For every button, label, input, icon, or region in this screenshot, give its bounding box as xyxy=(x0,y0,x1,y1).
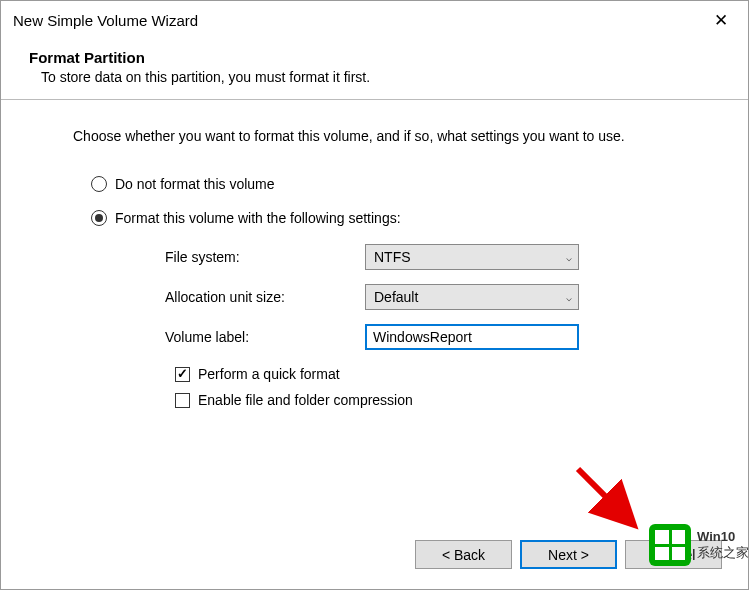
format-settings: File system: NTFS ⌵ Allocation unit size… xyxy=(91,244,698,350)
allocation-size-label: Allocation unit size: xyxy=(165,289,365,305)
wizard-header-subtitle: To store data on this partition, you mus… xyxy=(29,69,720,85)
file-system-label: File system: xyxy=(165,249,365,265)
checkbox-icon xyxy=(175,367,190,382)
radio-format-with-settings[interactable]: Format this volume with the following se… xyxy=(91,210,698,226)
cancel-button[interactable]: Cancel xyxy=(625,540,722,569)
radio-do-not-format[interactable]: Do not format this volume xyxy=(91,176,698,192)
format-radio-group: Do not format this volume Format this vo… xyxy=(51,176,698,408)
wizard-header: Format Partition To store data on this p… xyxy=(1,39,748,100)
titlebar: New Simple Volume Wizard ✕ xyxy=(1,1,748,39)
file-system-row: File system: NTFS ⌵ xyxy=(165,244,698,270)
format-options: Perform a quick format Enable file and f… xyxy=(91,366,698,408)
volume-label-input[interactable] xyxy=(365,324,579,350)
radio-icon xyxy=(91,210,107,226)
button-label: < Back xyxy=(442,547,485,563)
allocation-size-dropdown[interactable]: Default ⌵ xyxy=(365,284,579,310)
wizard-button-bar: < Back Next > Cancel xyxy=(415,540,722,569)
file-system-dropdown[interactable]: NTFS ⌵ xyxy=(365,244,579,270)
button-label: Next > xyxy=(548,547,589,563)
radio-icon xyxy=(91,176,107,192)
button-label: Cancel xyxy=(652,547,696,563)
next-button[interactable]: Next > xyxy=(520,540,617,569)
dropdown-value: Default xyxy=(374,289,418,305)
radio-label: Format this volume with the following se… xyxy=(115,210,401,226)
close-button[interactable]: ✕ xyxy=(698,4,744,36)
dropdown-value: NTFS xyxy=(374,249,411,265)
volume-label-row: Volume label: xyxy=(165,324,698,350)
svg-line-0 xyxy=(578,469,630,521)
close-icon: ✕ xyxy=(714,10,728,31)
volume-label-label: Volume label: xyxy=(165,329,365,345)
wizard-content: Choose whether you want to format this v… xyxy=(1,100,748,438)
annotation-arrow xyxy=(568,461,658,541)
chevron-down-icon: ⌵ xyxy=(566,292,572,303)
back-button[interactable]: < Back xyxy=(415,540,512,569)
window-title: New Simple Volume Wizard xyxy=(13,12,198,29)
wizard-header-title: Format Partition xyxy=(29,49,720,66)
checkbox-icon xyxy=(175,393,190,408)
compression-checkbox[interactable]: Enable file and folder compression xyxy=(175,392,698,408)
checkbox-label: Perform a quick format xyxy=(198,366,340,382)
wizard-window: New Simple Volume Wizard ✕ Format Partit… xyxy=(0,0,749,590)
checkbox-label: Enable file and folder compression xyxy=(198,392,413,408)
quick-format-checkbox[interactable]: Perform a quick format xyxy=(175,366,698,382)
chevron-down-icon: ⌵ xyxy=(566,252,572,263)
radio-label: Do not format this volume xyxy=(115,176,275,192)
intro-text: Choose whether you want to format this v… xyxy=(51,128,698,144)
allocation-size-row: Allocation unit size: Default ⌵ xyxy=(165,284,698,310)
